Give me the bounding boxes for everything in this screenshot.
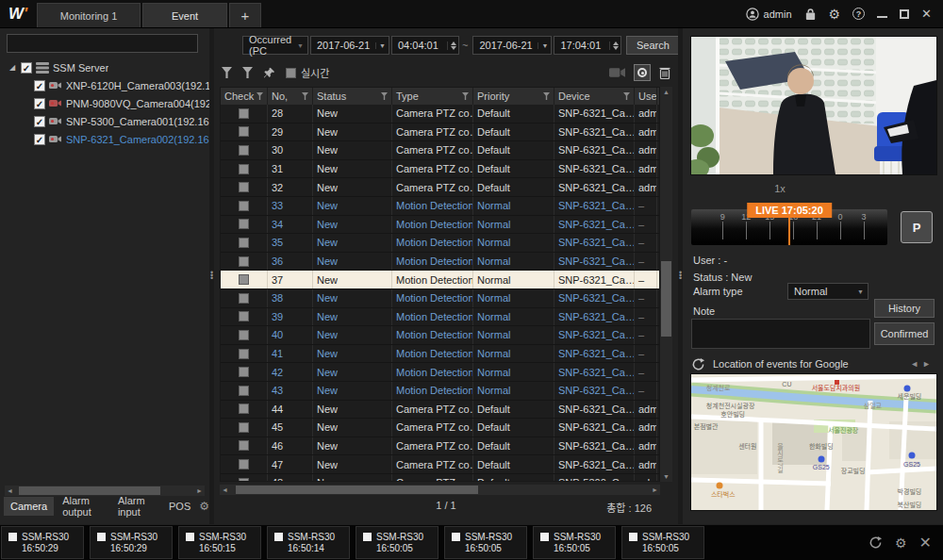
tree-checkbox[interactable]: ✓ — [34, 116, 45, 127]
row-checkbox[interactable] — [239, 201, 249, 211]
column-filter-icon[interactable] — [302, 92, 308, 100]
event-video-player[interactable] — [690, 36, 937, 175]
lock-icon[interactable] — [804, 8, 817, 21]
row-checkbox[interactable] — [239, 478, 249, 482]
close-button[interactable]: ✕ — [921, 7, 932, 21]
row-checkbox-cell[interactable] — [221, 401, 268, 419]
row-checkbox[interactable] — [239, 293, 249, 304]
from-time-input[interactable]: 04:04:01 — [391, 36, 459, 55]
row-checkbox-cell[interactable] — [221, 234, 268, 252]
source-tab-camera[interactable]: Camera — [4, 497, 54, 516]
refresh-icon[interactable] — [691, 357, 705, 371]
ticker-settings-icon[interactable]: ⚙ — [895, 536, 907, 550]
row-checkbox-cell[interactable] — [221, 271, 268, 288]
table-row[interactable]: 35NewMotion DetectionNormalSNP-6321_Ca…– — [221, 234, 659, 253]
source-tab-pos[interactable]: POS — [162, 497, 197, 516]
row-checkbox-cell[interactable] — [221, 160, 268, 178]
column-header-device[interactable]: Device — [554, 88, 635, 105]
row-checkbox-cell[interactable] — [221, 105, 268, 123]
scroll-left-icon[interactable]: ◄ — [220, 486, 230, 493]
row-checkbox-cell[interactable] — [221, 124, 268, 141]
table-row[interactable]: 33NewMotion DetectionNormalSNP-6321_Ca…– — [221, 197, 659, 216]
column-header-priority[interactable]: Priority — [473, 88, 554, 105]
row-checkbox-cell[interactable] — [221, 308, 268, 326]
to-date-picker[interactable]: 2017-06-21▼ — [472, 36, 552, 55]
google-map[interactable]: 청계천로CU서울도담치과의원삼일교세운빌딩청계천전시실광장호안빌딩본점별관서울진… — [690, 373, 937, 511]
column-filter-icon[interactable] — [462, 92, 469, 100]
filter-icon[interactable] — [222, 67, 232, 78]
row-checkbox[interactable] — [239, 349, 249, 359]
event-tile[interactable]: SSM-RS3016:50:05 — [356, 526, 438, 559]
table-vertical-scrollbar[interactable]: ▲ ▼ — [660, 87, 672, 482]
row-checkbox[interactable] — [239, 330, 249, 340]
row-checkbox-cell[interactable] — [221, 216, 268, 234]
refresh-icon[interactable] — [869, 535, 883, 550]
column-header-user[interactable]: User▲ — [635, 88, 657, 105]
scroll-up-icon[interactable]: ▲ — [660, 89, 672, 95]
calendar-dropdown-icon[interactable]: ▼ — [375, 42, 389, 49]
table-row[interactable]: 31NewCamera PTZ co…DefaultSNP-6321_Ca…ad… — [221, 160, 659, 179]
row-checkbox[interactable] — [239, 422, 249, 433]
tree-checkbox[interactable]: ✓ — [21, 62, 32, 74]
row-checkbox[interactable] — [239, 367, 249, 377]
row-checkbox[interactable] — [239, 238, 249, 248]
row-checkbox-cell[interactable] — [221, 289, 268, 307]
add-tab-button[interactable]: + — [229, 3, 261, 27]
playback-mode-button[interactable]: P — [901, 211, 933, 243]
to-time-input[interactable]: 17:04:01 — [554, 36, 621, 55]
scrollbar-thumb[interactable] — [236, 486, 478, 494]
table-row[interactable]: 48NewCamera PTZ co…DefaultSNP-5300_Ca…ad… — [221, 474, 659, 482]
column-filter-icon[interactable] — [381, 92, 388, 100]
row-checkbox-cell[interactable] — [221, 345, 268, 363]
row-checkbox[interactable] — [239, 274, 249, 285]
live-time-badge[interactable]: LIVE 17:05:20 — [747, 203, 832, 218]
left-tabs-settings-icon[interactable]: ⚙ — [199, 501, 209, 512]
history-button[interactable]: History — [874, 299, 935, 318]
minimize-button[interactable] — [877, 10, 887, 18]
column-header-status[interactable]: Status — [313, 88, 392, 105]
row-checkbox-cell[interactable] — [221, 455, 268, 473]
row-checkbox[interactable] — [239, 182, 249, 192]
row-checkbox[interactable] — [239, 145, 249, 156]
event-tile[interactable]: SSM-RS3016:50:14 — [267, 526, 350, 559]
table-row[interactable]: 44NewCamera PTZ co…DefaultSNP-6321_Ca…ad… — [221, 401, 659, 420]
delete-trash-icon[interactable] — [659, 66, 670, 79]
table-row[interactable]: 45NewCamera PTZ co…DefaultSNP-6321_Ca…ad… — [221, 419, 659, 437]
row-checkbox-cell[interactable] — [221, 141, 268, 159]
tree-checkbox[interactable]: ✓ — [34, 98, 45, 109]
tab-event[interactable]: Event — [142, 3, 227, 27]
event-tile[interactable]: SSM-RS3016:50:05 — [444, 526, 527, 559]
row-checkbox[interactable] — [239, 404, 249, 414]
table-row[interactable]: 36NewMotion DetectionNormalSNP-6321_Ca…– — [221, 253, 659, 272]
row-checkbox-cell[interactable] — [221, 382, 268, 400]
tree-checkbox[interactable]: ✓ — [34, 134, 45, 145]
tab-monitoring-1[interactable]: Monitoring 1 — [37, 3, 141, 27]
settings-gear-icon[interactable]: ⚙ — [829, 8, 841, 21]
row-checkbox[interactable] — [239, 440, 249, 451]
row-checkbox-cell[interactable] — [221, 326, 268, 344]
help-icon[interactable]: ? — [852, 8, 865, 20]
tree-node-ssm-server[interactable]: ◢✓SSM Server — [0, 58, 209, 76]
row-checkbox[interactable] — [239, 126, 249, 137]
ticker-close-icon[interactable]: ✕ — [919, 534, 932, 552]
table-row[interactable]: 29NewCamera PTZ co…DefaultSNP-6321_Ca…ad… — [221, 124, 659, 142]
column-header-no[interactable]: No, — [268, 88, 313, 105]
confirmed-button[interactable]: Confirmed — [874, 322, 935, 345]
tree-node-camera[interactable]: ✓SNP-5300_Camera001(192.168. — [0, 112, 209, 130]
row-checkbox[interactable] — [239, 386, 249, 396]
row-checkbox-cell[interactable] — [221, 197, 268, 215]
row-checkbox[interactable] — [239, 219, 249, 229]
row-checkbox[interactable] — [239, 164, 249, 174]
event-tile[interactable]: SSM-RS3016:50:05 — [621, 526, 704, 559]
scrollbar-thumb[interactable] — [661, 261, 671, 337]
row-checkbox-cell[interactable] — [221, 419, 268, 436]
tree-node-camera[interactable]: ✓SNP-6321_Camera002(192.168. — [0, 130, 209, 148]
table-row[interactable]: 42NewMotion DetectionNormalSNP-6321_Ca…– — [221, 363, 659, 382]
maximize-button[interactable] — [900, 9, 909, 19]
table-row[interactable]: 47NewCamera PTZ co…DefaultSNP-6321_Ca…ad… — [221, 455, 659, 474]
table-row[interactable]: 40NewMotion DetectionNormalSNP-6321_Ca…– — [221, 326, 659, 345]
table-row[interactable]: 34NewMotion DetectionNormalSNP-6321_Ca…– — [221, 216, 659, 235]
search-button[interactable]: Search — [626, 36, 679, 55]
column-filter-icon[interactable] — [256, 92, 263, 100]
row-checkbox-cell[interactable] — [221, 363, 268, 381]
